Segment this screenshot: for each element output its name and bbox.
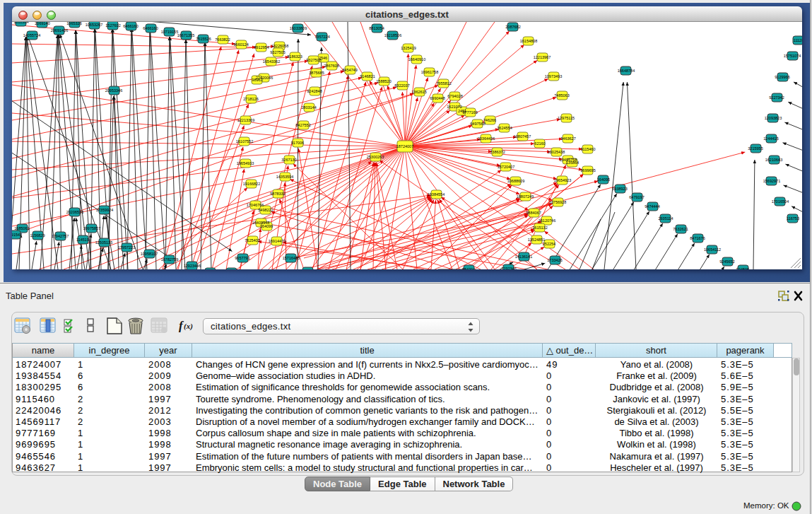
svg-text:6990448: 6990448 [430,96,445,100]
svg-text:1362615: 1362615 [411,90,426,94]
svg-text:1325419: 1325419 [401,46,416,50]
svg-text:135864: 135864 [566,160,579,165]
svg-text:10654112: 10654112 [704,247,721,252]
svg-text:6794028: 6794028 [447,94,462,98]
svg-text:164095: 164095 [597,177,610,182]
svg-text:1065326: 1065326 [66,22,81,25]
svg-text:16154808: 16154808 [520,39,537,43]
svg-text:8186323: 8186323 [287,54,302,59]
svg-text:391547: 391547 [12,233,22,237]
svg-text:7625402: 7625402 [245,238,259,243]
svg-text:15716485: 15716485 [283,256,300,260]
svg-text:1156829: 1156829 [30,233,45,238]
svg-text:5878332: 5878332 [270,192,285,196]
svg-text:16961758: 16961758 [421,70,438,74]
svg-text:2718126: 2718126 [243,97,258,101]
svg-text:19654923: 19654923 [554,178,571,182]
svg-text:17359924: 17359924 [96,208,113,212]
svg-text:20953346: 20953346 [105,88,122,93]
svg-text:1685061: 1685061 [14,226,29,230]
svg-text:20206536: 20206536 [66,210,83,214]
svg-text:19218506: 19218506 [384,33,401,37]
svg-text:15692971: 15692971 [763,179,780,183]
svg-text:39975857: 39975857 [83,226,100,230]
svg-text:13226058: 13226058 [271,44,288,48]
svg-text:9463627: 9463627 [560,136,575,141]
svg-text:6466160: 6466160 [143,26,158,30]
svg-text:9129966: 9129966 [775,75,789,79]
svg-text:10973493: 10973493 [545,74,562,78]
svg-text:9660124: 9660124 [233,42,248,47]
svg-text:15720407: 15720407 [498,165,514,169]
svg-text:1244415: 1244415 [763,136,778,141]
svg-text:19166822: 19166822 [243,182,260,186]
svg-text:(x): (x) [184,322,193,331]
svg-text:16782759: 16782759 [161,257,178,262]
svg-text:8322037: 8322037 [394,83,409,88]
svg-text:746266: 746266 [483,118,496,122]
svg-text:252254: 252254 [543,242,555,246]
svg-text:924506: 924506 [736,267,749,269]
svg-text:17942757: 17942757 [52,234,69,238]
svg-text:8471676: 8471676 [690,236,705,240]
svg-text:14136141: 14136141 [515,255,532,259]
svg-text:16914479: 16914479 [269,239,286,243]
svg-text:20691406: 20691406 [51,28,68,33]
svg-text:16210643: 16210643 [765,158,782,162]
svg-text:19654933: 19654933 [237,161,254,165]
svg-text:10653267: 10653267 [86,23,102,27]
svg-text:3624554: 3624554 [497,126,512,130]
svg-text:9115460: 9115460 [580,147,595,151]
svg-text:10958107: 10958107 [141,252,158,256]
svg-text:16640910: 16640910 [408,57,425,62]
svg-text:7357224: 7357224 [314,35,329,39]
svg-text:16033809: 16033809 [290,26,307,30]
svg-text:9884067: 9884067 [526,211,541,215]
svg-text:9699695: 9699695 [580,168,595,173]
svg-text:12213967: 12213967 [534,55,551,59]
svg-text:18807249: 18807249 [517,194,534,199]
svg-text:7955812: 7955812 [436,81,451,86]
svg-text:2803144: 2803144 [301,105,316,110]
svg-text:1292346: 1292346 [501,267,516,269]
svg-text:2069140: 2069140 [35,22,49,25]
svg-text:9146821: 9146821 [360,74,375,78]
svg-text:25300263: 25300263 [367,155,384,159]
svg-text:7386372: 7386372 [490,150,505,154]
svg-text:17957223: 17957223 [118,245,135,250]
svg-text:9327508: 9327508 [306,58,321,62]
svg-text:7515526: 7515526 [196,37,211,41]
svg-text:114519: 114519 [76,238,89,242]
svg-text:5498222: 5498222 [258,208,273,212]
svg-text:16671355: 16671355 [177,33,194,37]
svg-text:164099: 164099 [260,224,273,228]
svg-text:17046766: 17046766 [247,203,264,207]
svg-text:9657791: 9657791 [235,256,249,260]
svg-text:8912954: 8912954 [254,45,269,49]
svg-text:8427552: 8427552 [295,123,310,127]
svg-text:16543362: 16543362 [263,59,280,64]
svg-text:17016504: 17016504 [772,199,789,204]
svg-text:884204: 884204 [462,267,475,269]
svg-text:15751074: 15751074 [784,54,801,58]
svg-text:1588520: 1588520 [376,79,391,83]
svg-text:1615132: 1615132 [532,226,547,230]
svg-text:12975115: 12975115 [558,116,575,120]
svg-text:2867608: 2867608 [324,64,339,68]
svg-text:10025438: 10025438 [548,150,565,154]
svg-text:10688609: 10688609 [507,179,524,183]
svg-text:3215955: 3215955 [748,146,763,151]
svg-text:10756928: 10756928 [549,200,566,204]
svg-text:116753: 116753 [787,216,799,221]
svg-text:5938923: 5938923 [612,187,627,191]
svg-text:16648784: 16648784 [618,69,635,73]
svg-text:6466160: 6466160 [123,24,138,28]
svg-text:3875685: 3875685 [309,71,324,75]
svg-text:12093823: 12093823 [765,116,782,120]
svg-text:2087682: 2087682 [505,25,520,29]
svg-text:3267130: 3267130 [281,158,296,162]
svg-text:8454749: 8454749 [342,68,357,72]
svg-text:19384554: 19384554 [428,192,445,197]
svg-text:20364436: 20364436 [478,136,495,141]
svg-text:7663822: 7663822 [215,37,230,42]
